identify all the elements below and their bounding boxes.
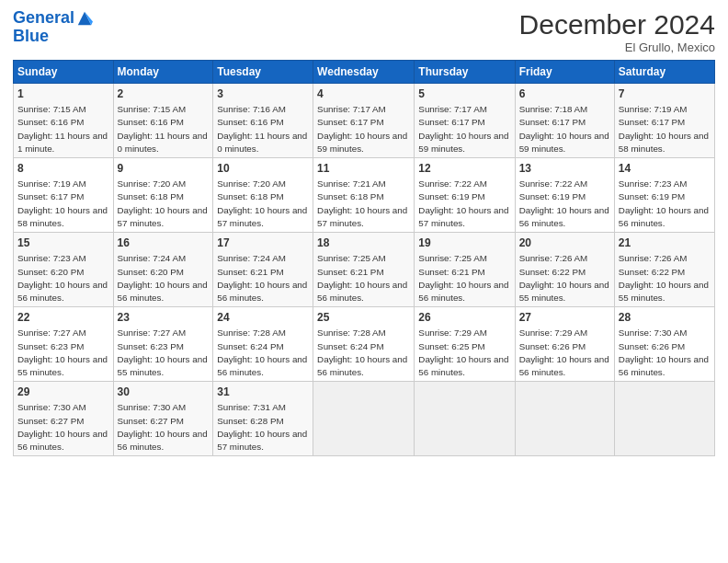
day-number: 7 <box>619 86 711 101</box>
calendar-cell: 15 Sunrise: 7:23 AMSunset: 6:20 PMDaylig… <box>14 233 114 307</box>
day-info: Sunrise: 7:18 AMSunset: 6:17 PMDaylight:… <box>519 104 609 154</box>
calendar-cell: 31 Sunrise: 7:31 AMSunset: 6:28 PMDaylig… <box>213 382 313 456</box>
day-info: Sunrise: 7:22 AMSunset: 6:19 PMDaylight:… <box>418 178 508 228</box>
calendar-cell: 16 Sunrise: 7:24 AMSunset: 6:20 PMDaylig… <box>113 233 213 307</box>
day-number: 27 <box>519 310 610 325</box>
day-number: 20 <box>519 236 610 250</box>
day-number: 17 <box>217 236 309 250</box>
calendar-cell: 22 Sunrise: 7:27 AMSunset: 6:23 PMDaylig… <box>14 307 114 382</box>
calendar-cell: 5 Sunrise: 7:17 AMSunset: 6:17 PMDayligh… <box>415 84 515 158</box>
day-info: Sunrise: 7:15 AMSunset: 6:16 PMDaylight:… <box>118 104 208 154</box>
day-number: 11 <box>317 161 410 176</box>
logo-icon <box>76 10 93 27</box>
day-info: Sunrise: 7:19 AMSunset: 6:17 PMDaylight:… <box>17 178 108 228</box>
day-number: 21 <box>619 236 711 250</box>
calendar-cell: 14 Sunrise: 7:23 AMSunset: 6:19 PMDaylig… <box>614 158 714 233</box>
day-number: 9 <box>118 161 210 176</box>
calendar-cell <box>313 382 415 456</box>
logo-text2: Blue <box>13 28 93 46</box>
calendar-cell: 24 Sunrise: 7:28 AMSunset: 6:24 PMDaylig… <box>213 307 313 382</box>
calendar-cell <box>515 382 614 456</box>
calendar-cell: 13 Sunrise: 7:22 AMSunset: 6:19 PMDaylig… <box>515 158 614 233</box>
day-info: Sunrise: 7:17 AMSunset: 6:17 PMDaylight:… <box>418 104 508 154</box>
calendar-cell: 18 Sunrise: 7:25 AMSunset: 6:21 PMDaylig… <box>313 233 415 307</box>
day-number: 1 <box>17 86 109 101</box>
day-info: Sunrise: 7:26 AMSunset: 6:22 PMDaylight:… <box>619 253 709 303</box>
calendar-cell: 7 Sunrise: 7:19 AMSunset: 6:17 PMDayligh… <box>614 84 714 158</box>
header: General Blue December 2024 El Grullo, Me… <box>13 9 715 54</box>
calendar-cell: 1 Sunrise: 7:15 AMSunset: 6:16 PMDayligh… <box>14 84 114 158</box>
calendar-cell: 8 Sunrise: 7:19 AMSunset: 6:17 PMDayligh… <box>14 158 114 233</box>
calendar-cell: 17 Sunrise: 7:24 AMSunset: 6:21 PMDaylig… <box>213 233 313 307</box>
day-number: 26 <box>418 310 510 325</box>
day-info: Sunrise: 7:17 AMSunset: 6:17 PMDaylight:… <box>317 104 407 154</box>
day-info: Sunrise: 7:15 AMSunset: 6:16 PMDaylight:… <box>17 104 108 154</box>
location: El Grullo, Mexico <box>519 40 715 54</box>
day-info: Sunrise: 7:27 AMSunset: 6:23 PMDaylight:… <box>17 327 108 377</box>
calendar-week-row: 1 Sunrise: 7:15 AMSunset: 6:16 PMDayligh… <box>14 84 715 158</box>
day-info: Sunrise: 7:27 AMSunset: 6:23 PMDaylight:… <box>118 327 208 377</box>
col-thursday: Thursday <box>415 61 515 84</box>
col-sunday: Sunday <box>14 61 114 84</box>
day-number: 13 <box>519 161 610 176</box>
calendar-cell: 10 Sunrise: 7:20 AMSunset: 6:18 PMDaylig… <box>213 158 313 233</box>
day-info: Sunrise: 7:26 AMSunset: 6:22 PMDaylight:… <box>519 253 609 303</box>
day-number: 6 <box>519 86 610 101</box>
month-title: December 2024 <box>519 9 715 40</box>
title-area: December 2024 El Grullo, Mexico <box>519 9 715 54</box>
calendar-cell <box>614 382 714 456</box>
logo: General Blue <box>13 9 93 46</box>
day-info: Sunrise: 7:25 AMSunset: 6:21 PMDaylight:… <box>418 253 508 303</box>
calendar-cell: 6 Sunrise: 7:18 AMSunset: 6:17 PMDayligh… <box>515 84 614 158</box>
col-tuesday: Tuesday <box>213 61 313 84</box>
calendar-cell: 20 Sunrise: 7:26 AMSunset: 6:22 PMDaylig… <box>515 233 614 307</box>
day-number: 14 <box>619 161 711 176</box>
calendar-cell: 29 Sunrise: 7:30 AMSunset: 6:27 PMDaylig… <box>14 382 114 456</box>
day-number: 18 <box>317 236 410 250</box>
calendar-header-row: Sunday Monday Tuesday Wednesday Thursday… <box>14 61 715 84</box>
day-number: 25 <box>317 310 410 325</box>
day-info: Sunrise: 7:28 AMSunset: 6:24 PMDaylight:… <box>217 327 307 377</box>
calendar-week-row: 29 Sunrise: 7:30 AMSunset: 6:27 PMDaylig… <box>14 382 715 456</box>
day-number: 3 <box>217 86 309 101</box>
calendar-cell: 19 Sunrise: 7:25 AMSunset: 6:21 PMDaylig… <box>415 233 515 307</box>
calendar-cell: 11 Sunrise: 7:21 AMSunset: 6:18 PMDaylig… <box>313 158 415 233</box>
calendar-cell: 30 Sunrise: 7:30 AMSunset: 6:27 PMDaylig… <box>113 382 213 456</box>
calendar-cell: 26 Sunrise: 7:29 AMSunset: 6:25 PMDaylig… <box>415 307 515 382</box>
day-number: 15 <box>17 236 109 250</box>
day-number: 19 <box>418 236 510 250</box>
day-number: 2 <box>118 86 210 101</box>
day-info: Sunrise: 7:28 AMSunset: 6:24 PMDaylight:… <box>317 327 407 377</box>
day-info: Sunrise: 7:21 AMSunset: 6:18 PMDaylight:… <box>317 178 407 228</box>
calendar-cell: 23 Sunrise: 7:27 AMSunset: 6:23 PMDaylig… <box>113 307 213 382</box>
col-monday: Monday <box>113 61 213 84</box>
day-number: 24 <box>217 310 309 325</box>
calendar-cell: 12 Sunrise: 7:22 AMSunset: 6:19 PMDaylig… <box>415 158 515 233</box>
day-info: Sunrise: 7:23 AMSunset: 6:20 PMDaylight:… <box>17 253 108 303</box>
day-info: Sunrise: 7:25 AMSunset: 6:21 PMDaylight:… <box>317 253 407 303</box>
day-info: Sunrise: 7:30 AMSunset: 6:26 PMDaylight:… <box>619 327 709 377</box>
day-number: 5 <box>418 86 510 101</box>
day-number: 16 <box>118 236 210 250</box>
calendar-cell: 4 Sunrise: 7:17 AMSunset: 6:17 PMDayligh… <box>313 84 415 158</box>
day-number: 22 <box>17 310 109 325</box>
day-info: Sunrise: 7:20 AMSunset: 6:18 PMDaylight:… <box>217 178 307 228</box>
calendar-cell: 3 Sunrise: 7:16 AMSunset: 6:16 PMDayligh… <box>213 84 313 158</box>
day-info: Sunrise: 7:23 AMSunset: 6:19 PMDaylight:… <box>619 178 709 228</box>
day-info: Sunrise: 7:19 AMSunset: 6:17 PMDaylight:… <box>619 104 709 154</box>
logo-text: General <box>13 9 74 28</box>
day-info: Sunrise: 7:24 AMSunset: 6:21 PMDaylight:… <box>217 253 307 303</box>
calendar-cell: 9 Sunrise: 7:20 AMSunset: 6:18 PMDayligh… <box>113 158 213 233</box>
day-number: 4 <box>317 86 410 101</box>
calendar-cell: 27 Sunrise: 7:29 AMSunset: 6:26 PMDaylig… <box>515 307 614 382</box>
day-info: Sunrise: 7:31 AMSunset: 6:28 PMDaylight:… <box>217 402 307 452</box>
col-saturday: Saturday <box>614 61 714 84</box>
day-number: 29 <box>17 385 109 399</box>
calendar-table: Sunday Monday Tuesday Wednesday Thursday… <box>13 60 715 456</box>
calendar-week-row: 8 Sunrise: 7:19 AMSunset: 6:17 PMDayligh… <box>14 158 715 233</box>
day-info: Sunrise: 7:24 AMSunset: 6:20 PMDaylight:… <box>118 253 208 303</box>
day-number: 8 <box>17 161 109 176</box>
col-friday: Friday <box>515 61 614 84</box>
calendar-cell: 25 Sunrise: 7:28 AMSunset: 6:24 PMDaylig… <box>313 307 415 382</box>
page-container: General Blue December 2024 El Grullo, Me… <box>0 0 728 465</box>
